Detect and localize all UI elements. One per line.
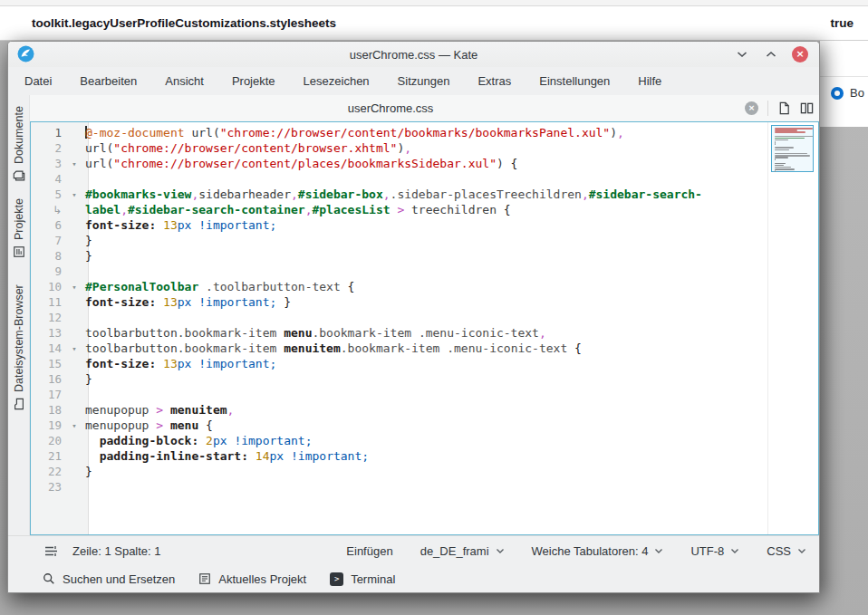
menu-hilfe[interactable]: Hilfe	[638, 74, 661, 88]
code-line: 21 padding-inline-start: 14px !important…	[31, 448, 767, 464]
sidebar-tab-projekte[interactable]: Projekte	[8, 187, 30, 260]
split-view-icon[interactable]	[800, 101, 814, 115]
menu-datei[interactable]: Datei	[24, 74, 52, 88]
tool-button-terminal[interactable]: >Terminal	[330, 572, 395, 586]
fold-marker-icon[interactable]: ▾	[67, 159, 82, 168]
code-text[interactable]: #bookmarks-view,sidebarheader,#sidebar-b…	[82, 187, 767, 201]
code-text[interactable]: url("chrome://browser/content/places/boo…	[82, 157, 767, 170]
close-button[interactable]: ×	[792, 46, 808, 62]
menu-bearbeiten[interactable]: Bearbeiten	[80, 74, 137, 88]
fold-marker-icon[interactable]: ▾	[67, 190, 82, 199]
code-line: 17	[31, 387, 767, 402]
code-line: 13toolbarbutton.bookmark-item menu.bookm…	[31, 325, 767, 341]
sidebar-tab-dateisystem-browser[interactable]: Dateisystem-Browser	[8, 265, 30, 412]
code-text[interactable]: menupopup > menuitem,	[82, 403, 767, 417]
line-number: 7	[31, 234, 67, 247]
statusbar-de-de-frami[interactable]: de_DE_frami	[420, 544, 505, 558]
code-line: 20 padding-block: 2px !important;	[31, 433, 767, 448]
titlebar[interactable]: userChrome.css — Kate ×	[8, 42, 819, 67]
chevron-down-icon	[496, 548, 505, 554]
statusbar-weiche-tabulatoren-4[interactable]: Weiche Tabulatoren: 4	[532, 544, 664, 558]
statusbar-item-label: UTF-8	[690, 544, 724, 558]
statusbar-item-label: CSS	[767, 544, 791, 558]
line-number: 14	[31, 341, 67, 355]
fold-marker-icon[interactable]: ▾	[67, 344, 82, 353]
code-line: 9	[31, 264, 767, 279]
tab-userchrome[interactable]: userChrome.css	[30, 101, 751, 115]
code-line: 15font-size: 13px !important;	[31, 356, 767, 371]
menu-projekte[interactable]: Projekte	[232, 74, 275, 88]
statusbar-item-label: de_DE_frami	[420, 544, 489, 558]
chevron-down-icon	[654, 548, 663, 554]
line-number: 18	[31, 403, 67, 417]
minimap[interactable]	[767, 122, 818, 534]
line-number: 9	[31, 264, 67, 278]
new-document-icon[interactable]	[777, 101, 791, 115]
fold-marker-icon[interactable]: ▾	[67, 421, 82, 430]
code-text[interactable]: label,#sidebar-search-container,#placesL…	[82, 203, 767, 216]
indentation-settings-icon[interactable]	[44, 545, 58, 557]
line-number: 21	[31, 449, 67, 463]
code-text[interactable]: font-size: 13px !important; }	[82, 295, 767, 309]
cursor-position[interactable]: Zeile: 1 Spalte: 1	[72, 544, 161, 558]
config-pref-row[interactable]: toolkit.legacyUserProfileCustomizations.…	[0, 6, 868, 40]
code-text[interactable]: padding-inline-start: 14px !important;	[82, 449, 767, 463]
tool-button-suchen-und-ersetzen[interactable]: Suchen und Ersetzen	[43, 572, 175, 586]
code-text[interactable]: }	[82, 372, 767, 386]
code-line: 14▾toolbarbutton.bookmark-item menuitem.…	[31, 341, 767, 356]
code-line: 2url("chrome://browser/content/browser.x…	[31, 140, 767, 156]
code-line: 19▾menupopup > menu {	[31, 418, 767, 433]
code-text[interactable]: url("chrome://browser/content/browser.xh…	[82, 141, 767, 155]
statusbar-utf-8[interactable]: UTF-8	[690, 544, 739, 558]
chevron-down-icon	[730, 548, 739, 554]
fold-marker-icon[interactable]: ▾	[67, 283, 82, 292]
line-number: 1	[31, 126, 67, 139]
code-text[interactable]: toolbarbutton.bookmark-item menuitem.boo…	[82, 341, 767, 355]
code-line: 18menupopup > menuitem,	[31, 402, 767, 418]
code-line: 1@-moz-document url("chrome://browser/co…	[31, 125, 767, 140]
code-text[interactable]: toolbarbutton.bookmark-item menu.bookmar…	[82, 326, 767, 340]
menu-lesezeichen[interactable]: Lesezeichen	[304, 74, 370, 88]
code-line: 22}	[31, 464, 767, 479]
menu-extras[interactable]: Extras	[477, 74, 511, 88]
firefox-config-bar: toolkit.legacyUserProfileCustomizations.…	[0, 0, 868, 41]
code-text[interactable]: font-size: 13px !important;	[82, 357, 767, 370]
close-document-icon[interactable]: ×	[745, 101, 758, 115]
code-text[interactable]: @-moz-document url("chrome://browser/con…	[82, 126, 767, 139]
code-line: 3▾url("chrome://browser/content/places/b…	[31, 156, 767, 171]
line-number: 6	[31, 218, 67, 232]
document-tabbar[interactable]: userChrome.css ×	[30, 95, 819, 121]
line-number: 8	[31, 249, 67, 263]
firefox-page-sliver: Bo	[820, 41, 868, 127]
boolean-radio-option[interactable]: Bo	[820, 77, 868, 100]
code-text[interactable]: #PersonalToolbar .toolbarbutton-text {	[82, 280, 767, 293]
pref-name: toolkit.legacyUserProfileCustomizations.…	[32, 16, 336, 30]
maximize-button[interactable]	[763, 46, 779, 62]
statusbar-item-label: Weiche Tabulatoren: 4	[532, 544, 649, 558]
code-text[interactable]: padding-block: 2px !important;	[82, 434, 767, 447]
code-text[interactable]: }	[82, 249, 767, 263]
sidebar-tab-label: Projekte	[13, 198, 25, 240]
menu-ansicht[interactable]: Ansicht	[165, 74, 204, 88]
folder-icon	[13, 398, 25, 410]
code-line: ↳label,#sidebar-search-container,#places…	[31, 202, 767, 217]
code-text[interactable]: menupopup > menu {	[82, 418, 767, 432]
minimize-button[interactable]	[734, 46, 750, 62]
tool-button-aktuelles-projekt[interactable]: Aktuelles Projekt	[198, 572, 306, 586]
sidebar-tab-dokumente[interactable]: Dokumente	[8, 101, 30, 184]
statusbar-css[interactable]: CSS	[767, 544, 806, 558]
code-text[interactable]: font-size: 13px !important;	[82, 218, 767, 232]
menu-einstellungen[interactable]: Einstellungen	[539, 74, 610, 88]
code-line: 23	[31, 479, 767, 495]
wrap-marker: ↳	[31, 204, 67, 216]
code-line: 4	[31, 171, 767, 187]
menu-sitzungen[interactable]: Sitzungen	[398, 74, 450, 88]
line-number: 4	[31, 172, 67, 186]
code-editor[interactable]: 1@-moz-document url("chrome://browser/co…	[30, 121, 819, 535]
code-text[interactable]: }	[82, 234, 767, 247]
code-line: 5▾#bookmarks-view,sidebarheader,#sidebar…	[31, 187, 767, 202]
code-text[interactable]: }	[82, 465, 767, 478]
pref-value: true	[830, 16, 854, 30]
statusbar-einf-gen[interactable]: Einfügen	[346, 544, 392, 558]
minimap-view-indicator[interactable]	[771, 125, 814, 172]
